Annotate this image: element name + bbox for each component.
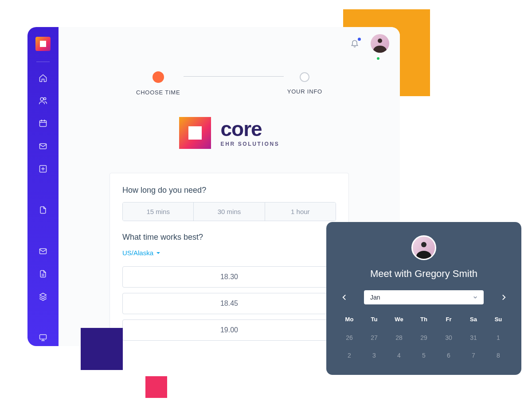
sidebar: [27, 27, 59, 346]
time-slot[interactable]: 19.00: [122, 319, 336, 341]
booking-card: How long do you need? 15 mins 30 mins 1 …: [110, 173, 349, 346]
inbox-icon[interactable]: [34, 243, 52, 259]
chevron-down-icon: [156, 251, 160, 255]
time-slot[interactable]: 18.45: [122, 293, 336, 314]
weekday-header: Mo: [337, 312, 362, 329]
calendar-title: Meet with Gregory Smith: [337, 268, 511, 280]
weekday-header: Tu: [362, 312, 387, 329]
notification-dot: [358, 38, 361, 41]
timezone-value: US/Alaska: [122, 249, 153, 257]
monitor-icon[interactable]: [34, 330, 52, 346]
calendar-day[interactable]: 7: [461, 347, 486, 364]
chevron-down-icon: [473, 295, 477, 300]
users-icon[interactable]: [34, 93, 52, 109]
step-connector: [184, 76, 283, 77]
month-select[interactable]: Jan: [364, 290, 484, 304]
next-month-button[interactable]: [498, 292, 509, 303]
calendar-day[interactable]: 4: [387, 347, 411, 364]
calendar-day[interactable]: 1: [486, 329, 511, 347]
step-2-dot[interactable]: [300, 72, 309, 82]
brand-name: core: [221, 119, 280, 139]
file-icon[interactable]: [34, 202, 52, 218]
timezone-selector[interactable]: US/Alaska: [122, 249, 336, 257]
decor-square-pink: [145, 376, 167, 398]
calendar-day[interactable]: 30: [436, 329, 461, 347]
duration-option-30[interactable]: 30 mins: [194, 203, 265, 221]
duration-option-1h[interactable]: 1 hour: [265, 203, 336, 221]
step-1-dot[interactable]: [153, 71, 164, 83]
home-icon[interactable]: [34, 70, 52, 86]
brand-subtitle: EHR SOLUTIONS: [221, 141, 280, 147]
layers-icon[interactable]: [34, 288, 52, 305]
svg-rect-2: [40, 121, 47, 127]
calendar-day[interactable]: 3: [362, 347, 387, 364]
step-1-label: CHOOSE TIME: [136, 89, 180, 96]
weekday-header: We: [387, 312, 411, 329]
time-question: What time works best?: [122, 233, 336, 242]
presence-indicator: [376, 56, 380, 61]
app-logo-icon[interactable]: [35, 37, 51, 51]
weekday-header: Fr: [436, 312, 461, 329]
brand-block: core EHR SOLUTIONS: [103, 117, 356, 149]
calendar-grid: Mo Tu We Th Fr Sa Su 26 27 28 29 30 31 1…: [337, 312, 511, 364]
mail-icon[interactable]: [34, 138, 52, 154]
plus-square-icon[interactable]: [34, 160, 52, 177]
sidebar-divider: [36, 62, 50, 62]
time-slot[interactable]: 18.30: [122, 266, 336, 288]
month-value: Jan: [370, 294, 380, 301]
step-2-label: YOUR INFO: [287, 88, 322, 95]
calendar-day[interactable]: 5: [411, 347, 436, 364]
svg-point-0: [40, 98, 43, 101]
calendar-day[interactable]: 26: [337, 329, 362, 347]
brand-logo-icon: [179, 117, 211, 149]
prev-month-button[interactable]: [339, 292, 349, 303]
progress-stepper: CHOOSE TIME YOUR INFO: [136, 71, 322, 96]
calendar-day[interactable]: 28: [387, 329, 411, 347]
calendar-day[interactable]: 2: [337, 347, 362, 364]
weekday-header: Th: [411, 312, 436, 329]
calendar-day[interactable]: 27: [362, 329, 387, 347]
calendar-day[interactable]: 29: [411, 329, 436, 347]
weekday-header: Su: [486, 312, 511, 329]
duration-options: 15 mins 30 mins 1 hour: [122, 202, 336, 221]
user-avatar[interactable]: [371, 34, 389, 53]
notification-bell-icon[interactable]: [350, 39, 360, 48]
calendar-day[interactable]: 31: [461, 329, 486, 347]
meeting-host-avatar: [411, 235, 436, 260]
calendar-day[interactable]: 8: [486, 347, 511, 364]
svg-rect-6: [40, 335, 47, 339]
weekday-header: Sa: [461, 312, 486, 329]
calendar-icon[interactable]: [34, 115, 52, 132]
calendar-widget: Meet with Gregory Smith Jan Mo Tu We Th …: [326, 222, 521, 375]
duration-question: How long do you need?: [122, 186, 336, 195]
svg-point-1: [44, 98, 46, 100]
document-icon[interactable]: [34, 266, 52, 282]
duration-option-15[interactable]: 15 mins: [123, 203, 194, 221]
calendar-day[interactable]: 6: [436, 347, 461, 364]
decor-square-indigo: [81, 328, 123, 370]
